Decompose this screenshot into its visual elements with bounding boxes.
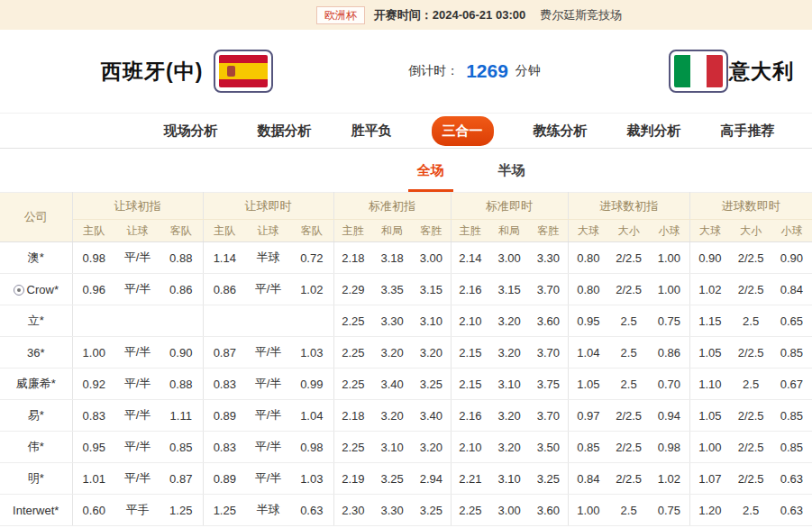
nav-tab-win-draw-lose[interactable]: 胜平负 — [351, 123, 392, 140]
odds-cell: 0.83 — [203, 369, 246, 400]
odds-cell: 0.98 — [290, 432, 333, 463]
odds-cell: 3.50 — [529, 432, 568, 463]
odds-cell: 3.60 — [529, 495, 568, 526]
odds-cell: 平/半 — [115, 400, 160, 432]
odds-cell: 0.80 — [568, 274, 608, 305]
odds-cell: 1.00 — [568, 495, 608, 526]
odds-cell: 0.85 — [160, 432, 203, 463]
odds-cell: 2/2.5 — [730, 337, 771, 369]
odds-cell: 3.25 — [529, 463, 568, 495]
nav-tab-three-in-one[interactable]: 三合一 — [432, 116, 494, 146]
odds-cell: 平手 — [115, 495, 160, 526]
countdown-unit: 分钟 — [515, 63, 541, 79]
odds-cell: 2/2.5 — [608, 432, 649, 463]
odds-cell: 1.07 — [689, 463, 730, 495]
column-header-company: 公司 — [0, 193, 72, 242]
odds-cell: 3.25 — [372, 463, 412, 495]
odds-cell: 1.04 — [290, 400, 333, 432]
bookmaker-name[interactable]: 立* — [0, 305, 72, 337]
odds-cell: 0.86 — [160, 274, 203, 305]
odds-cell: 0.60 — [72, 495, 115, 526]
odds-cell: 2/2.5 — [730, 274, 771, 305]
odds-row: 澳*0.98平/半0.881.14半球0.722.183.183.002.143… — [0, 242, 812, 274]
odds-cell: 3.20 — [372, 337, 412, 369]
column-header-standard-live-1: 和局 — [489, 220, 529, 242]
group-header-goals-initial: 进球数初指 — [568, 193, 689, 220]
column-header-goals-live-1: 大小 — [730, 220, 771, 242]
odds-cell: 2.5 — [608, 495, 649, 526]
odds-table: 公司让球初指让球即时标准初指标准即时进球数初指进球数即时主队让球客队主队让球客队… — [0, 192, 812, 526]
bookmaker-name[interactable]: 明* — [0, 463, 72, 495]
odds-cell: 2/2.5 — [730, 432, 771, 463]
odds-cell: 3.00 — [489, 242, 529, 274]
odds-cell: 1.05 — [689, 400, 730, 432]
odds-cell: 0.84 — [771, 274, 812, 305]
odds-cell: 1.01 — [72, 463, 115, 495]
nav-tab-data-analysis[interactable]: 数据分析 — [258, 123, 312, 140]
odds-cell: 3.10 — [489, 463, 529, 495]
odds-cell: 1.25 — [160, 495, 203, 526]
odds-cell: 1.02 — [649, 463, 689, 495]
nav-tab-live-analysis[interactable]: 现场分析 — [164, 123, 218, 140]
odds-cell: 0.85 — [771, 400, 812, 432]
odds-cell: 0.80 — [568, 242, 608, 274]
odds-cell: 平/半 — [115, 463, 160, 495]
odds-cell: 0.95 — [568, 305, 608, 337]
odds-cell — [290, 305, 333, 337]
odds-cell: 1.00 — [649, 242, 689, 274]
bookmaker-name[interactable]: 威廉希* — [0, 369, 72, 400]
sub-tab-full-match[interactable]: 全场 — [414, 149, 448, 192]
odds-row: 伟*0.95平/半0.850.83平/半0.982.253.103.202.10… — [0, 432, 812, 463]
bookmaker-name[interactable]: 澳* — [0, 242, 72, 274]
group-header-handicap-live: 让球即时 — [203, 193, 333, 220]
bookmaker-name[interactable]: 伟* — [0, 432, 72, 463]
odds-cell: 3.20 — [412, 432, 451, 463]
odds-cell: 3.20 — [489, 305, 529, 337]
odds-cell: 0.67 — [771, 369, 812, 400]
odds-cell: 2.15 — [451, 369, 489, 400]
away-team-name: 意大利 — [729, 58, 794, 86]
bookmaker-name[interactable]: 36* — [0, 337, 72, 369]
odds-cell: 2.94 — [412, 463, 451, 495]
nav-tab-referee-analysis[interactable]: 裁判分析 — [627, 123, 681, 140]
odds-cell: 3.25 — [412, 495, 451, 526]
odds-cell: 2.5 — [608, 337, 649, 369]
odds-cell: 3.18 — [372, 242, 412, 274]
odds-cell: 平/半 — [115, 432, 160, 463]
bookmaker-name[interactable]: Interwet* — [0, 495, 72, 526]
odds-cell: 0.98 — [72, 242, 115, 274]
odds-cell: 1.15 — [689, 305, 730, 337]
nav-tab-coach-analysis[interactable]: 教练分析 — [534, 123, 588, 140]
bookmaker-name[interactable]: 易* — [0, 400, 72, 432]
odds-row: 36*1.00平/半0.900.87平/半1.032.253.203.202.1… — [0, 337, 812, 369]
odds-cell: 2.25 — [333, 337, 372, 369]
column-header-standard-initial-0: 主胜 — [333, 220, 372, 242]
odds-cell: 1.02 — [689, 274, 730, 305]
odds-cell: 0.70 — [649, 369, 689, 400]
league-badge[interactable]: 欧洲杯 — [316, 6, 365, 24]
nav-tab-expert-picks[interactable]: 高手推荐 — [721, 123, 775, 140]
odds-cell: 0.87 — [203, 337, 246, 369]
odds-cell: 2.25 — [333, 305, 372, 337]
odds-cell: 1.05 — [689, 337, 730, 369]
sub-tab-half-match[interactable]: 半场 — [495, 149, 529, 192]
odds-cell: 2.14 — [451, 242, 489, 274]
odds-cell: 3.15 — [412, 274, 451, 305]
bookmaker-name[interactable]: Crow* — [0, 274, 72, 305]
odds-cell: 2.18 — [333, 242, 372, 274]
odds-cell: 平/半 — [246, 432, 290, 463]
odds-cell: 2.19 — [333, 463, 372, 495]
column-header-standard-initial-2: 客胜 — [412, 220, 451, 242]
odds-cell: 3.70 — [529, 274, 568, 305]
odds-cell: 2.18 — [333, 400, 372, 432]
odds-cell: 0.87 — [160, 463, 203, 495]
odds-cell: 0.75 — [649, 305, 689, 337]
odds-cell: 平/半 — [246, 400, 290, 432]
odds-cell: 3.30 — [372, 495, 412, 526]
odds-cell: 平/半 — [115, 369, 160, 400]
column-header-goals-initial-0: 大球 — [568, 220, 608, 242]
column-header-handicap-initial-2: 客队 — [160, 220, 203, 242]
odds-cell: 0.86 — [649, 337, 689, 369]
odds-row: 明*1.01平/半0.870.89平/半1.032.193.252.942.21… — [0, 463, 812, 495]
odds-cell: 3.00 — [412, 242, 451, 274]
